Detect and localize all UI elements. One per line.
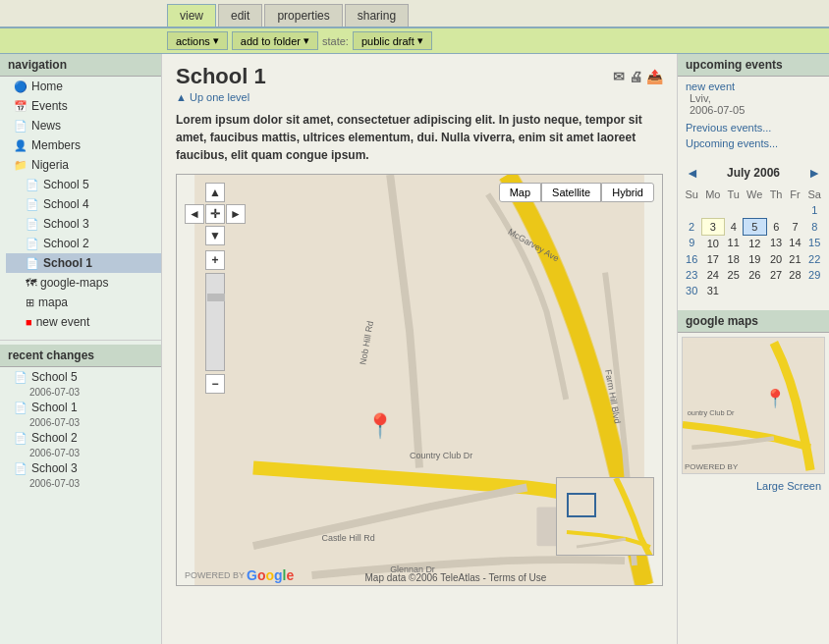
tab-properties[interactable]: properties bbox=[264, 4, 342, 27]
map-center-button[interactable]: ✛ bbox=[205, 204, 225, 224]
sidebar-item-events[interactable]: 📅 Events bbox=[0, 96, 161, 116]
mini-map-viewport bbox=[567, 493, 596, 517]
cal-day-2-1[interactable]: 10 bbox=[701, 235, 724, 251]
recent-school3[interactable]: 📄 School 3 bbox=[0, 458, 161, 478]
map-left-button[interactable]: ◄ bbox=[185, 204, 204, 224]
cal-day-1-3[interactable]: 5 bbox=[743, 218, 766, 235]
state-button[interactable]: public draft bbox=[353, 31, 432, 50]
cal-day-4-2[interactable]: 25 bbox=[724, 267, 743, 283]
cal-day-3-5[interactable]: 21 bbox=[786, 251, 804, 267]
school2-icon: 📄 bbox=[26, 238, 39, 250]
sidebar-item-nigeria[interactable]: 📁 Nigeria bbox=[0, 155, 161, 175]
print-icon[interactable]: 🖨 bbox=[629, 69, 642, 84]
map-type-satellite[interactable]: Satellite bbox=[541, 183, 601, 202]
cal-day-1-0[interactable]: 2 bbox=[682, 218, 701, 235]
cal-day-0-6[interactable]: 1 bbox=[804, 202, 825, 218]
recent-school5[interactable]: 📄 School 5 bbox=[0, 367, 161, 387]
cal-day-1-6[interactable]: 8 bbox=[804, 218, 825, 235]
tab-edit[interactable]: edit bbox=[218, 4, 262, 27]
breadcrumb[interactable]: ▲ Up one level bbox=[176, 91, 663, 103]
envelope-icon[interactable]: ✉ bbox=[613, 69, 625, 84]
sidebar-item-home[interactable]: 🔵 Home bbox=[0, 77, 161, 96]
map-zoom-slider[interactable] bbox=[207, 294, 225, 301]
sidebar-item-newevent[interactable]: ■ new event bbox=[6, 312, 161, 332]
mini-map[interactable] bbox=[556, 477, 654, 556]
map-up-button[interactable]: ▲ bbox=[205, 183, 225, 202]
cal-day-4-5[interactable]: 28 bbox=[786, 267, 804, 283]
recent-school2[interactable]: 📄 School 2 bbox=[0, 428, 161, 448]
map-down-button[interactable]: ▼ bbox=[205, 226, 225, 245]
cal-day-2-6[interactable]: 15 bbox=[804, 235, 825, 251]
cal-day-4-0[interactable]: 23 bbox=[682, 267, 701, 283]
cal-day-4-4[interactable]: 27 bbox=[766, 267, 786, 283]
members-icon: 👤 bbox=[14, 139, 28, 152]
cal-day-4-6[interactable]: 29 bbox=[804, 267, 825, 283]
map-zoomout-button[interactable]: − bbox=[205, 374, 225, 394]
map-marker[interactable]: 📍 bbox=[365, 412, 395, 440]
sidebar-item-school3[interactable]: 📄 School 3 bbox=[6, 214, 161, 234]
sidebar-label-events: Events bbox=[31, 99, 68, 113]
page-title-row: School 1 ✉ 🖨 📤 bbox=[176, 64, 663, 89]
cal-day-5-0[interactable]: 30 bbox=[682, 283, 701, 298]
sidebar-item-googlemaps[interactable]: 🗺 google-maps bbox=[6, 273, 161, 293]
cal-day-1-4[interactable]: 6 bbox=[766, 218, 786, 235]
map-right-button[interactable]: ► bbox=[226, 204, 246, 224]
previous-events-link[interactable]: Previous events... bbox=[678, 120, 829, 135]
tab-view[interactable]: view bbox=[167, 4, 216, 27]
sidebar-item-news[interactable]: 📄 News bbox=[0, 116, 161, 135]
recent-school3-date: 2006-07-03 bbox=[0, 478, 161, 489]
sidebar-item-school2[interactable]: 📄 School 2 bbox=[6, 234, 161, 253]
cal-day-5-1[interactable]: 31 bbox=[701, 283, 724, 298]
cal-day-3-2[interactable]: 18 bbox=[724, 251, 743, 267]
sidebar-item-school1[interactable]: 📄 School 1 bbox=[6, 253, 161, 273]
cal-day-1-2[interactable]: 4 bbox=[724, 218, 743, 235]
sidebar-item-mapa[interactable]: ⊞ mapa bbox=[6, 293, 161, 312]
map-zoomin-button[interactable]: + bbox=[205, 250, 225, 270]
upcoming-event-link[interactable]: new event bbox=[686, 80, 735, 92]
gmaps-title: google maps bbox=[678, 310, 829, 333]
calendar-next-button[interactable]: ► bbox=[807, 165, 821, 181]
cal-day-2-2[interactable]: 11 bbox=[724, 235, 743, 251]
cal-day-2-3[interactable]: 12 bbox=[743, 235, 766, 251]
sidebar-sub-items: 📄 School 5 📄 School 4 📄 School 3 📄 Schoo… bbox=[0, 175, 161, 332]
sidebar-item-school4[interactable]: 📄 School 4 bbox=[6, 194, 161, 214]
calendar-header-row: Su Mo Tu We Th Fr Sa bbox=[682, 187, 825, 202]
page-title: School 1 bbox=[176, 64, 266, 89]
large-screen-button[interactable]: Large Screen bbox=[678, 478, 829, 494]
share-icon[interactable]: 📤 bbox=[646, 69, 663, 84]
cal-day-2-5[interactable]: 14 bbox=[786, 235, 804, 251]
cal-day-0-4 bbox=[766, 202, 786, 218]
home-icon: 🔵 bbox=[14, 80, 28, 93]
sidebar-item-school5[interactable]: 📄 School 5 bbox=[6, 175, 161, 194]
calendar-week-2: 9101112131415 bbox=[682, 235, 825, 251]
cal-day-2-4[interactable]: 13 bbox=[766, 235, 786, 251]
gmaps-mini-map[interactable]: ountry Club Dr 📍 POWERED BY bbox=[682, 337, 825, 474]
cal-day-3-0[interactable]: 16 bbox=[682, 251, 701, 267]
cal-day-4-3[interactable]: 26 bbox=[743, 267, 766, 283]
upcoming-events-link[interactable]: Upcoming events... bbox=[678, 135, 829, 151]
recent-school3-icon: 📄 bbox=[14, 462, 28, 475]
add-to-folder-button[interactable]: add to folder bbox=[232, 31, 318, 50]
recent-school5-date: 2006-07-03 bbox=[0, 387, 161, 398]
map-zoom-bar[interactable] bbox=[205, 273, 225, 371]
cal-day-1-1[interactable]: 3 bbox=[701, 218, 724, 235]
cal-day-3-3[interactable]: 19 bbox=[743, 251, 766, 267]
map-type-map[interactable]: Map bbox=[499, 183, 541, 202]
actions-button[interactable]: actions bbox=[167, 31, 228, 50]
recent-school1[interactable]: 📄 School 1 bbox=[0, 398, 161, 417]
recent-school5-icon: 📄 bbox=[14, 371, 28, 384]
map-lr-row: ◄ ✛ ► bbox=[185, 204, 246, 224]
cal-day-2-0[interactable]: 9 bbox=[682, 235, 701, 251]
cal-day-3-4[interactable]: 20 bbox=[766, 251, 786, 267]
cal-day-3-6[interactable]: 22 bbox=[804, 251, 825, 267]
recent-changes-title: recent changes bbox=[0, 345, 161, 367]
sidebar-item-members[interactable]: 👤 Members bbox=[0, 135, 161, 155]
calendar-prev-button[interactable]: ◄ bbox=[686, 165, 699, 181]
cal-day-3-1[interactable]: 17 bbox=[701, 251, 724, 267]
cal-day-1-5[interactable]: 7 bbox=[786, 218, 804, 235]
cal-day-4-1[interactable]: 24 bbox=[701, 267, 724, 283]
tab-sharing[interactable]: sharing bbox=[345, 4, 409, 27]
map-type-hybrid[interactable]: Hybrid bbox=[601, 183, 654, 202]
map-container[interactable]: Nob Hill Rd Country Club Dr Castle Hill … bbox=[176, 174, 663, 586]
recent-school1-label: School 1 bbox=[31, 401, 78, 414]
